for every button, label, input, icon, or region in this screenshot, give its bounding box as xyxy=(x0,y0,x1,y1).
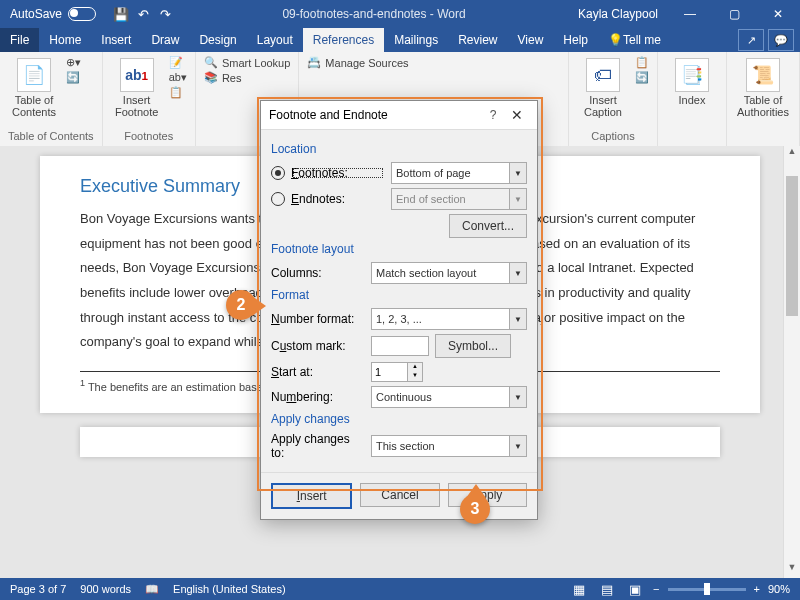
insert-button[interactable]: Insert xyxy=(271,483,352,509)
footnote-endnote-dialog: Footnote and Endnote ? ✕ Location Footno… xyxy=(260,100,538,520)
researcher-button[interactable]: 📚 Res xyxy=(204,71,290,84)
tab-help[interactable]: Help xyxy=(553,28,598,52)
print-layout-icon[interactable]: ▤ xyxy=(597,582,617,597)
word-count[interactable]: 900 words xyxy=(80,583,131,595)
insert-footnote-button[interactable]: ab1Insert Footnote xyxy=(111,56,163,120)
help-button[interactable]: ? xyxy=(481,108,505,122)
chevron-down-icon[interactable]: ▼ xyxy=(509,163,526,183)
dialog-titlebar[interactable]: Footnote and Endnote ? ✕ xyxy=(261,101,537,130)
tab-references[interactable]: References xyxy=(303,28,384,52)
number-format-label: Number format: xyxy=(271,312,365,326)
user-name[interactable]: Kayla Claypool xyxy=(568,7,668,21)
start-at-spinner[interactable]: 1▲▼ xyxy=(371,362,423,382)
smart-lookup-button[interactable]: 🔍 Smart Lookup xyxy=(204,56,290,69)
autosave-toggle[interactable]: AutoSave xyxy=(0,7,106,21)
tab-insert[interactable]: Insert xyxy=(91,28,141,52)
numbering-combo[interactable]: Continuous▼ xyxy=(371,386,527,408)
endnotes-label[interactable]: Endnotes: xyxy=(291,192,385,206)
status-bar: Page 3 of 7 900 words 📖 English (United … xyxy=(0,578,800,600)
close-dialog-button[interactable]: ✕ xyxy=(505,107,529,123)
endnotes-radio[interactable] xyxy=(271,192,285,206)
cancel-button[interactable]: Cancel xyxy=(360,483,439,507)
tab-draw[interactable]: Draw xyxy=(141,28,189,52)
section-format: Format xyxy=(271,288,527,302)
tab-layout[interactable]: Layout xyxy=(247,28,303,52)
redo-icon[interactable]: ↷ xyxy=(156,5,174,23)
read-mode-icon[interactable]: ▦ xyxy=(569,582,589,597)
maximize-button[interactable]: ▢ xyxy=(712,0,756,28)
page-indicator[interactable]: Page 3 of 7 xyxy=(10,583,66,595)
apply-to-combo[interactable]: This section▼ xyxy=(371,435,527,457)
number-format-combo[interactable]: 1, 2, 3, ...▼ xyxy=(371,308,527,330)
show-notes-button[interactable]: 📋 xyxy=(169,86,187,99)
apply-to-label: Apply changes to: xyxy=(271,432,365,460)
convert-button[interactable]: Convert... xyxy=(449,214,527,238)
tab-file[interactable]: File xyxy=(0,28,39,52)
tab-review[interactable]: Review xyxy=(448,28,507,52)
autosave-label: AutoSave xyxy=(10,7,62,21)
endnotes-location-combo: End of section▼ xyxy=(391,188,527,210)
language-indicator[interactable]: English (United States) xyxy=(173,583,286,595)
chevron-down-icon[interactable]: ▼ xyxy=(509,263,526,283)
zoom-slider[interactable] xyxy=(668,588,746,591)
table-of-authorities-button[interactable]: 📜Table of Authorities xyxy=(735,56,791,120)
index-button[interactable]: 📑Index xyxy=(666,56,718,108)
group-label-toc: Table of Contents xyxy=(8,128,94,142)
start-at-label: Start at: xyxy=(271,365,365,379)
minimize-button[interactable]: — xyxy=(668,0,712,28)
caption-icon: 🏷 xyxy=(586,58,620,92)
update-table-button[interactable]: 🔄 xyxy=(66,71,81,84)
chevron-down-icon[interactable]: ▼ xyxy=(509,387,526,407)
zoom-in-button[interactable]: + xyxy=(754,583,760,595)
zoom-level[interactable]: 90% xyxy=(768,583,790,595)
zoom-out-button[interactable]: − xyxy=(653,583,659,595)
scroll-up-arrow[interactable]: ▲ xyxy=(784,146,800,162)
spin-up[interactable]: ▲ xyxy=(408,363,422,372)
ribbon-tabs: File Home Insert Draw Design Layout Refe… xyxy=(0,28,800,52)
toa-label: Table of Authorities xyxy=(737,94,789,118)
comments-button[interactable]: 💬 xyxy=(768,29,794,51)
caption-opt2[interactable]: 🔄 xyxy=(635,71,649,84)
spellcheck-icon[interactable]: 📖 xyxy=(145,583,159,596)
custom-mark-input[interactable] xyxy=(371,336,429,356)
footnotes-location-combo[interactable]: Bottom of page▼ xyxy=(391,162,527,184)
chevron-down-icon[interactable]: ▼ xyxy=(509,309,526,329)
undo-icon[interactable]: ↶ xyxy=(134,5,152,23)
table-of-contents-button[interactable]: 📄Table of Contents xyxy=(8,56,60,120)
symbol-button[interactable]: Symbol... xyxy=(435,334,511,358)
window-buttons: — ▢ ✕ xyxy=(668,0,800,28)
toggle-switch[interactable] xyxy=(68,7,96,21)
tab-design[interactable]: Design xyxy=(189,28,246,52)
insert-endnote-button[interactable]: 📝 xyxy=(169,56,187,69)
share-button[interactable]: ↗ xyxy=(738,29,764,51)
close-button[interactable]: ✕ xyxy=(756,0,800,28)
spin-down[interactable]: ▼ xyxy=(408,372,422,381)
chevron-down-icon: ▼ xyxy=(509,189,526,209)
dialog-footer: Insert Cancel Apply xyxy=(261,472,537,519)
vertical-scrollbar[interactable]: ▲ ▼ xyxy=(783,146,800,578)
tab-view[interactable]: View xyxy=(508,28,554,52)
caption-opt1[interactable]: 📋 xyxy=(635,56,649,69)
manage-sources-button[interactable]: 📇 Manage Sources xyxy=(307,56,408,69)
tell-me-label: Tell me xyxy=(623,33,661,47)
save-icon[interactable]: 💾 xyxy=(112,5,130,23)
scroll-down-arrow[interactable]: ▼ xyxy=(784,562,800,578)
custom-mark-label: Custom mark: xyxy=(271,339,365,353)
group-label-footnotes: Footnotes xyxy=(111,128,187,142)
index-icon: 📑 xyxy=(675,58,709,92)
next-footnote-button[interactable]: ab▾ xyxy=(169,71,187,84)
columns-combo[interactable]: Match section layout▼ xyxy=(371,262,527,284)
index-label: Index xyxy=(679,94,706,106)
tab-home[interactable]: Home xyxy=(39,28,91,52)
tab-mailings[interactable]: Mailings xyxy=(384,28,448,52)
tell-me[interactable]: 💡 Tell me xyxy=(598,28,671,52)
footnotes-label[interactable]: Footnotes: xyxy=(291,166,385,180)
footnotes-radio[interactable] xyxy=(271,166,285,180)
insert-caption-button[interactable]: 🏷Insert Caption xyxy=(577,56,629,120)
toc-icon: 📄 xyxy=(17,58,51,92)
chevron-down-icon[interactable]: ▼ xyxy=(509,436,526,456)
web-layout-icon[interactable]: ▣ xyxy=(625,582,645,597)
add-text-button[interactable]: ⊕▾ xyxy=(66,56,81,69)
scroll-thumb[interactable] xyxy=(786,176,798,316)
dialog-title: Footnote and Endnote xyxy=(269,108,481,122)
